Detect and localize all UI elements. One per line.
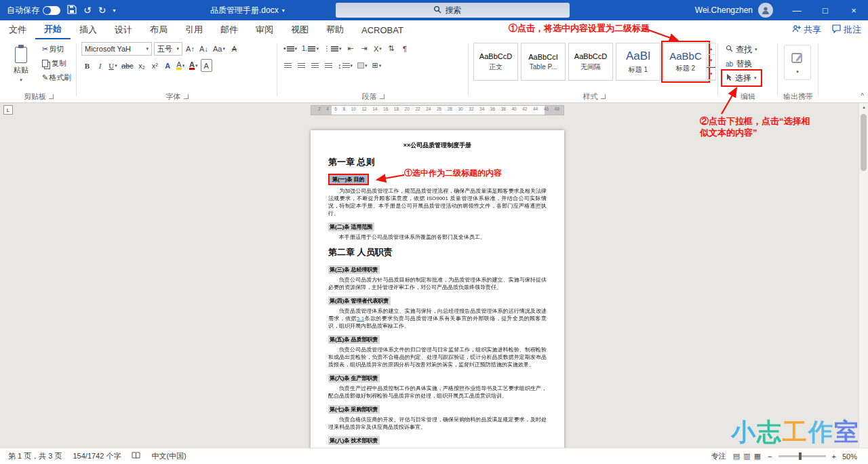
copy-button[interactable]: 复制 [41, 57, 73, 70]
tab-acrobat[interactable]: ACROBAT [353, 20, 412, 39]
sort-button[interactable]: ⇅ [385, 42, 397, 55]
highlight-button[interactable]: A▾ [175, 59, 186, 72]
avatar[interactable] [758, 3, 773, 18]
zoom-slider-thumb[interactable] [799, 452, 802, 460]
web-layout-icon[interactable]: ▦ [754, 452, 761, 460]
gallery-up-icon[interactable]: ▴ [707, 43, 715, 55]
tab-review[interactable]: 审阅 [247, 20, 282, 39]
autosave-toggle[interactable]: 自动保存 [7, 5, 60, 16]
tab-home[interactable]: 开始 [35, 20, 71, 39]
selected-heading-text[interactable]: 第(一)条 目的 [328, 174, 369, 185]
proofing-icon[interactable] [132, 452, 140, 461]
superscript-button[interactable]: x² [149, 59, 161, 72]
maximize-button[interactable]: □ [811, 0, 840, 20]
zoom-slider[interactable] [778, 455, 826, 457]
scrollbar-thumb[interactable] [861, 114, 867, 171]
multilevel-list-button[interactable]: ⋮▾ [322, 42, 343, 55]
font-color-button[interactable]: A▾ [188, 59, 199, 72]
font-name-select[interactable]: Microsoft YaH▾ [81, 42, 152, 56]
borders-button[interactable]: ⊞▾ [371, 59, 383, 72]
strikethrough-button[interactable]: abc [120, 59, 135, 72]
line-spacing-button[interactable]: ↕▾ [336, 59, 354, 72]
print-layout-icon[interactable]: ▥ [743, 452, 750, 460]
tab-view[interactable]: 视图 [282, 20, 317, 39]
close-button[interactable]: × [840, 0, 868, 20]
collapse-ribbon-icon[interactable]: ^ [861, 92, 864, 100]
text-effects-button[interactable]: A [162, 59, 174, 72]
gallery-down-icon[interactable]: ▾ [707, 55, 715, 66]
document-page[interactable]: ××公司品质管理制度手册 第一章 总则 第(一)条 目的 ①选中作为二级标题的内… [311, 130, 564, 448]
style-table-p[interactable]: AaBbCcI Table P... [521, 43, 566, 81]
style-normal[interactable]: AaBbCcD 正文 [473, 43, 518, 81]
tab-mailings[interactable]: 邮件 [212, 20, 247, 39]
read-mode-icon[interactable]: ▤ [733, 452, 740, 460]
zoom-level[interactable]: 50% [842, 452, 857, 461]
tab-insert[interactable]: 插入 [71, 20, 106, 39]
horizontal-ruler[interactable]: 2468101214161820222426283032343638404244… [311, 105, 564, 115]
dialog-launcher-icon[interactable] [601, 94, 606, 99]
word-count[interactable]: 154/1742 个字 [73, 451, 121, 461]
minimize-button[interactable]: — [783, 0, 811, 20]
tab-layout[interactable]: 布局 [141, 20, 176, 39]
font-size-select[interactable]: 五号▾ [154, 42, 182, 56]
save-icon[interactable] [67, 5, 77, 16]
format-painter-button[interactable]: ✎格式刷 [41, 71, 73, 84]
redo-icon[interactable]: ↻ [98, 5, 106, 15]
share-button[interactable]: 共享 [792, 24, 821, 36]
align-center-button[interactable] [296, 59, 307, 72]
vertical-scrollbar[interactable]: ▴ [859, 103, 868, 448]
scroll-up-icon[interactable]: ▴ [859, 104, 868, 110]
align-left-button[interactable] [282, 59, 294, 72]
page-indicator[interactable]: 第 1 页，共 3 页 [8, 451, 62, 461]
style-heading-2[interactable]: AaBbC 标题 2 [663, 43, 708, 81]
paste-button[interactable]: 粘贴 ▾ [5, 42, 37, 87]
styles-gallery-scroll[interactable]: ▴ ▾ ▾ [706, 43, 716, 81]
grow-font-button[interactable]: A↑ [184, 43, 196, 56]
change-case-button[interactable]: Aa▾ [212, 43, 226, 56]
search-box[interactable] [336, 3, 570, 18]
search-input[interactable] [446, 5, 473, 15]
quick-access-caret-icon[interactable]: ▾ [113, 7, 115, 14]
subscript-button[interactable]: x₂ [136, 59, 148, 72]
find-button[interactable]: 查找 ▾ [723, 43, 760, 56]
tab-design[interactable]: 设计 [106, 20, 141, 39]
decrease-indent-button[interactable]: ⇤ [344, 42, 356, 55]
bold-button[interactable]: B [81, 59, 93, 72]
shrink-font-button[interactable]: A↓ [198, 43, 210, 56]
increase-indent-button[interactable]: ⇥ [358, 42, 370, 55]
replace-button[interactable]: ab 替换 [723, 57, 760, 71]
zoom-in-button[interactable]: + [832, 452, 836, 461]
user-name[interactable]: Wei.Chengzhen [695, 5, 753, 15]
underline-button[interactable]: U▾ [107, 59, 119, 72]
cut-button[interactable]: ✂剪切 [41, 43, 73, 56]
numbering-button[interactable]: 1.▾ [300, 42, 320, 55]
character-shading-button[interactable]: A [201, 59, 212, 72]
bullets-button[interactable]: •▾ [282, 42, 298, 55]
tab-help[interactable]: 帮助 [317, 20, 353, 39]
focus-mode-button[interactable]: 专注 [711, 451, 726, 461]
gallery-more-icon[interactable]: ▾ [707, 67, 715, 80]
zoom-out-button[interactable]: − [768, 452, 772, 461]
output-addin-button[interactable]: ▾ [784, 45, 811, 80]
style-no-spacing[interactable]: AaBbCcD 无间隔 [568, 43, 613, 81]
dialog-launcher-icon[interactable] [380, 94, 384, 99]
dialog-launcher-icon[interactable] [49, 94, 54, 99]
shading-button[interactable]: ▾ [356, 59, 369, 72]
clear-formatting-button[interactable]: A [229, 43, 240, 56]
italic-button[interactable]: I [94, 59, 106, 72]
document-title[interactable]: 品质管理手册.docx ▾ [210, 0, 285, 20]
tab-references[interactable]: 引用 [176, 20, 212, 39]
dialog-launcher-icon[interactable] [184, 94, 189, 99]
language-indicator[interactable]: 中文(中国) [151, 451, 186, 461]
align-right-button[interactable] [309, 59, 321, 72]
comments-button[interactable]: 批注 [832, 24, 861, 36]
justify-button[interactable] [323, 59, 334, 72]
show-marks-button[interactable]: ¶ [399, 42, 410, 55]
undo-icon[interactable]: ↺ [83, 5, 92, 15]
tab-stop-selector[interactable]: L [3, 105, 13, 115]
style-heading-1[interactable]: AaBl 标题 1 [616, 43, 660, 81]
tab-file[interactable]: 文件 [0, 20, 35, 39]
cross-reference-link[interactable]: 5.1 [357, 315, 364, 322]
asian-layout-button[interactable]: X▾ [372, 42, 383, 55]
select-button[interactable]: 选择 ▾ [723, 71, 760, 85]
